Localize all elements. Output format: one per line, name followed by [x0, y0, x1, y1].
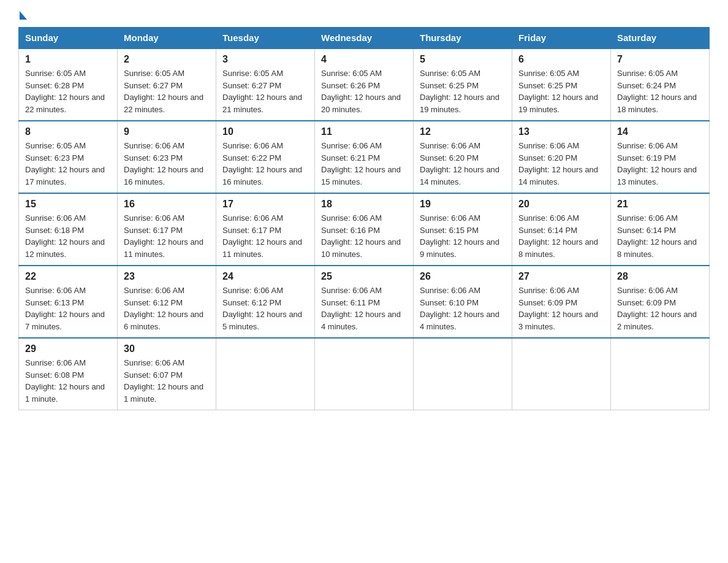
day-of-week-header: Sunday [19, 28, 118, 49]
calendar-day-cell: 1Sunrise: 6:05 AMSunset: 6:28 PMDaylight… [19, 48, 118, 121]
day-info: Sunrise: 6:06 AMSunset: 6:07 PMDaylight:… [124, 357, 210, 405]
calendar-day-cell: 13Sunrise: 6:06 AMSunset: 6:20 PMDayligh… [512, 121, 611, 193]
calendar-day-cell: 24Sunrise: 6:06 AMSunset: 6:12 PMDayligh… [216, 266, 315, 338]
calendar-day-cell: 17Sunrise: 6:06 AMSunset: 6:17 PMDayligh… [216, 193, 315, 266]
day-number: 27 [518, 271, 604, 282]
day-info: Sunrise: 6:05 AMSunset: 6:23 PMDaylight:… [25, 140, 111, 188]
calendar-day-cell: 21Sunrise: 6:06 AMSunset: 6:14 PMDayligh… [611, 193, 710, 266]
calendar-day-cell: 3Sunrise: 6:05 AMSunset: 6:27 PMDaylight… [216, 48, 315, 121]
calendar-day-cell: 22Sunrise: 6:06 AMSunset: 6:13 PMDayligh… [19, 266, 118, 338]
day-number: 18 [321, 199, 407, 210]
day-number: 2 [124, 54, 210, 65]
calendar-day-cell: 29Sunrise: 6:06 AMSunset: 6:08 PMDayligh… [19, 338, 118, 410]
day-info: Sunrise: 6:06 AMSunset: 6:10 PMDaylight:… [420, 285, 506, 332]
day-number: 12 [420, 126, 506, 137]
calendar-day-cell: 23Sunrise: 6:06 AMSunset: 6:12 PMDayligh… [118, 266, 216, 338]
day-info: Sunrise: 6:05 AMSunset: 6:27 PMDaylight:… [222, 67, 308, 115]
day-number: 20 [518, 199, 604, 210]
day-number: 7 [617, 54, 703, 65]
calendar-header-row: SundayMondayTuesdayWednesdayThursdayFrid… [19, 28, 710, 49]
day-info: Sunrise: 6:06 AMSunset: 6:17 PMDaylight:… [222, 212, 308, 260]
day-number: 4 [321, 54, 407, 65]
day-of-week-header: Saturday [611, 28, 710, 49]
calendar-day-cell: 30Sunrise: 6:06 AMSunset: 6:07 PMDayligh… [118, 338, 216, 410]
day-number: 22 [25, 271, 111, 282]
day-number: 8 [25, 126, 111, 137]
calendar-day-cell [611, 338, 710, 410]
calendar-day-cell: 26Sunrise: 6:06 AMSunset: 6:10 PMDayligh… [414, 266, 512, 338]
logo [18, 12, 27, 21]
calendar-day-cell: 27Sunrise: 6:06 AMSunset: 6:09 PMDayligh… [512, 266, 611, 338]
day-info: Sunrise: 6:06 AMSunset: 6:12 PMDaylight:… [124, 285, 210, 332]
day-info: Sunrise: 6:06 AMSunset: 6:13 PMDaylight:… [25, 285, 111, 332]
page-header [18, 12, 710, 21]
day-info: Sunrise: 6:06 AMSunset: 6:08 PMDaylight:… [25, 357, 111, 405]
day-info: Sunrise: 6:06 AMSunset: 6:09 PMDaylight:… [617, 285, 703, 332]
logo-arrow-icon [20, 11, 27, 20]
day-number: 16 [124, 199, 210, 210]
day-number: 24 [222, 271, 308, 282]
calendar-day-cell: 10Sunrise: 6:06 AMSunset: 6:22 PMDayligh… [216, 121, 315, 193]
day-info: Sunrise: 6:05 AMSunset: 6:25 PMDaylight:… [420, 67, 506, 115]
calendar-day-cell: 5Sunrise: 6:05 AMSunset: 6:25 PMDaylight… [414, 48, 512, 121]
calendar-day-cell: 2Sunrise: 6:05 AMSunset: 6:27 PMDaylight… [118, 48, 216, 121]
day-number: 28 [617, 271, 703, 282]
calendar-day-cell [216, 338, 315, 410]
day-info: Sunrise: 6:06 AMSunset: 6:18 PMDaylight:… [25, 212, 111, 260]
day-of-week-header: Tuesday [216, 28, 315, 49]
calendar-day-cell: 9Sunrise: 6:06 AMSunset: 6:23 PMDaylight… [118, 121, 216, 193]
day-number: 19 [420, 199, 506, 210]
day-info: Sunrise: 6:06 AMSunset: 6:20 PMDaylight:… [420, 140, 506, 188]
calendar-day-cell: 16Sunrise: 6:06 AMSunset: 6:17 PMDayligh… [118, 193, 216, 266]
day-info: Sunrise: 6:06 AMSunset: 6:09 PMDaylight:… [518, 285, 604, 332]
day-info: Sunrise: 6:05 AMSunset: 6:26 PMDaylight:… [321, 67, 407, 115]
day-number: 17 [222, 199, 308, 210]
day-of-week-header: Friday [512, 28, 611, 49]
calendar-day-cell: 20Sunrise: 6:06 AMSunset: 6:14 PMDayligh… [512, 193, 611, 266]
day-number: 30 [124, 343, 210, 354]
calendar-day-cell: 8Sunrise: 6:05 AMSunset: 6:23 PMDaylight… [19, 121, 118, 193]
day-info: Sunrise: 6:05 AMSunset: 6:27 PMDaylight:… [124, 67, 210, 115]
calendar-day-cell: 19Sunrise: 6:06 AMSunset: 6:15 PMDayligh… [414, 193, 512, 266]
day-number: 10 [222, 126, 308, 137]
day-of-week-header: Monday [118, 28, 216, 49]
day-number: 9 [124, 126, 210, 137]
calendar-week-row: 29Sunrise: 6:06 AMSunset: 6:08 PMDayligh… [19, 338, 710, 410]
calendar-day-cell: 25Sunrise: 6:06 AMSunset: 6:11 PMDayligh… [315, 266, 414, 338]
day-info: Sunrise: 6:06 AMSunset: 6:12 PMDaylight:… [222, 285, 308, 332]
calendar-day-cell: 28Sunrise: 6:06 AMSunset: 6:09 PMDayligh… [611, 266, 710, 338]
day-info: Sunrise: 6:06 AMSunset: 6:20 PMDaylight:… [518, 140, 604, 188]
day-info: Sunrise: 6:05 AMSunset: 6:24 PMDaylight:… [617, 67, 703, 115]
calendar-week-row: 1Sunrise: 6:05 AMSunset: 6:28 PMDaylight… [19, 48, 710, 121]
day-number: 1 [25, 54, 111, 65]
day-info: Sunrise: 6:06 AMSunset: 6:23 PMDaylight:… [124, 140, 210, 188]
day-info: Sunrise: 6:06 AMSunset: 6:22 PMDaylight:… [222, 140, 308, 188]
day-number: 15 [25, 199, 111, 210]
calendar-day-cell [512, 338, 611, 410]
day-of-week-header: Wednesday [315, 28, 414, 49]
day-number: 21 [617, 199, 703, 210]
day-info: Sunrise: 6:06 AMSunset: 6:14 PMDaylight:… [617, 212, 703, 260]
calendar-day-cell: 14Sunrise: 6:06 AMSunset: 6:19 PMDayligh… [611, 121, 710, 193]
day-number: 3 [222, 54, 308, 65]
day-info: Sunrise: 6:06 AMSunset: 6:21 PMDaylight:… [321, 140, 407, 188]
day-number: 29 [25, 343, 111, 354]
calendar-day-cell: 4Sunrise: 6:05 AMSunset: 6:26 PMDaylight… [315, 48, 414, 121]
day-info: Sunrise: 6:05 AMSunset: 6:25 PMDaylight:… [518, 67, 604, 115]
day-info: Sunrise: 6:06 AMSunset: 6:19 PMDaylight:… [617, 140, 703, 188]
calendar-table: SundayMondayTuesdayWednesdayThursdayFrid… [18, 27, 710, 410]
day-info: Sunrise: 6:06 AMSunset: 6:16 PMDaylight:… [321, 212, 407, 260]
day-number: 11 [321, 126, 407, 137]
day-number: 5 [420, 54, 506, 65]
calendar-day-cell: 12Sunrise: 6:06 AMSunset: 6:20 PMDayligh… [414, 121, 512, 193]
calendar-week-row: 8Sunrise: 6:05 AMSunset: 6:23 PMDaylight… [19, 121, 710, 193]
calendar-day-cell [315, 338, 414, 410]
calendar-week-row: 15Sunrise: 6:06 AMSunset: 6:18 PMDayligh… [19, 193, 710, 266]
calendar-week-row: 22Sunrise: 6:06 AMSunset: 6:13 PMDayligh… [19, 266, 710, 338]
day-number: 26 [420, 271, 506, 282]
day-info: Sunrise: 6:06 AMSunset: 6:14 PMDaylight:… [518, 212, 604, 260]
day-info: Sunrise: 6:06 AMSunset: 6:15 PMDaylight:… [420, 212, 506, 260]
day-of-week-header: Thursday [414, 28, 512, 49]
calendar-day-cell: 6Sunrise: 6:05 AMSunset: 6:25 PMDaylight… [512, 48, 611, 121]
day-number: 23 [124, 271, 210, 282]
